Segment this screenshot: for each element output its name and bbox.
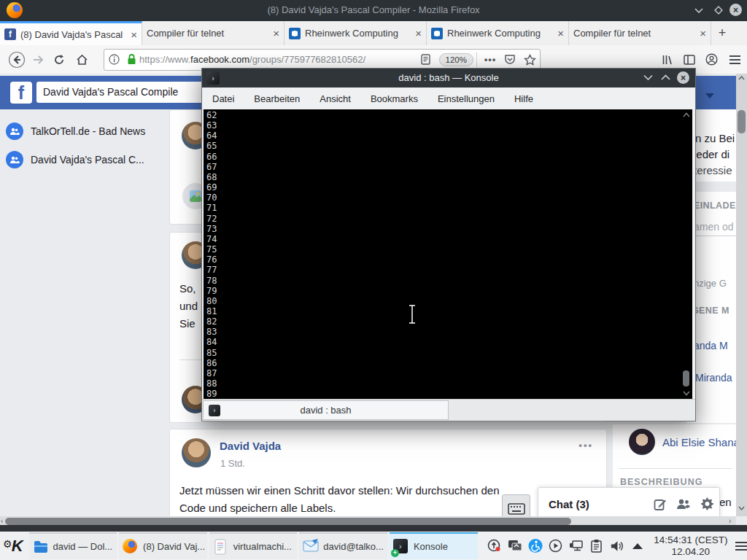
digital-clock[interactable]: 14:54:31 (CEST) 12.04.20 [651, 534, 732, 558]
tab-close-icon[interactable]: × [273, 27, 279, 39]
chat-settings-gear-icon[interactable] [694, 497, 719, 511]
chat-bar[interactable]: Chat (3) [538, 487, 720, 516]
chat-label[interactable]: Chat (3) [549, 498, 589, 510]
task-firefox[interactable]: (8) David Vaj... [119, 532, 207, 559]
terminal-output[interactable]: 62 63 64 65 66 67 68 69 70 71 72 73 74 7… [204, 109, 681, 399]
account-menu-chevron-icon[interactable] [705, 93, 714, 98]
home-button[interactable] [70, 54, 93, 66]
konsole-tab[interactable]: david : bash › [203, 400, 449, 420]
tab-compiler-telnet-2[interactable]: Compiler für telnet × [569, 21, 711, 45]
post-text: Jetzt müssen wir einen Schritt davor ste… [179, 482, 500, 516]
vertical-scrollbar[interactable] [736, 74, 747, 516]
scroll-right-arrow[interactable]: › [729, 517, 731, 525]
invite-name-input[interactable]: amen od [694, 221, 736, 236]
post-more-options-icon[interactable]: ••• [578, 440, 593, 451]
tab-close-icon[interactable]: × [415, 27, 422, 39]
tab-rheinwerk-1[interactable]: Rheinwerk Computing × [285, 21, 427, 45]
page-actions-icon[interactable]: ••• [480, 54, 500, 65]
new-tab-button[interactable]: + [711, 21, 733, 45]
konsole-titlebar[interactable]: › david : bash — Konsole × [202, 69, 695, 88]
updates-icon[interactable] [487, 539, 502, 553]
virtual-machine-icon[interactable] [508, 539, 522, 553]
panel-top-border [0, 525, 747, 532]
scroll-up-arrow[interactable] [683, 112, 690, 117]
menu-einstellungen[interactable]: Einstellungen [438, 93, 495, 104]
reload-button[interactable] [48, 54, 70, 66]
bookmark-star-icon[interactable] [519, 54, 540, 66]
system-tray [487, 539, 645, 553]
kde-gear-icon: ⚙ [3, 538, 12, 550]
network-icon[interactable] [569, 539, 584, 553]
reader-mode-icon[interactable] [417, 54, 435, 65]
url-text[interactable]: https://www.facebook.com/groups/77597768… [139, 54, 365, 65]
library-icon[interactable] [657, 54, 678, 66]
tab-compiler-telnet-1[interactable]: Compiler für telnet × [142, 21, 285, 45]
vertical-scrollbar-thumb[interactable] [738, 110, 746, 133]
url-bar[interactable]: https://www.facebook.com/groups/77597768… [104, 49, 541, 71]
tab-close-icon[interactable]: × [131, 28, 137, 41]
add-contact-icon[interactable] [671, 498, 694, 510]
scroll-left-arrow[interactable]: ‹ [1, 517, 3, 525]
avatar[interactable] [182, 438, 211, 467]
tab-close-icon[interactable]: × [700, 27, 706, 39]
group-icon [6, 151, 23, 168]
terminal-scrollbar[interactable] [681, 109, 692, 399]
member-link[interactable]: anda M [694, 340, 728, 351]
tray-expander-icon[interactable] [630, 539, 645, 553]
forward-button[interactable] [28, 55, 48, 65]
back-button[interactable] [6, 51, 28, 69]
pocket-icon[interactable] [500, 54, 519, 65]
profile-link[interactable]: Abi Elsie Shana [662, 436, 740, 448]
right-text-fragment: nzige G [694, 278, 727, 289]
scroll-down-arrow[interactable] [738, 506, 745, 510]
clipboard-icon[interactable] [589, 539, 604, 553]
sidebar-item-talkortell[interactable]: TalkOrTell.de - Bad News [0, 117, 168, 145]
right-text-fragment: leder di [694, 148, 729, 160]
page-info-icon[interactable] [104, 54, 123, 65]
post-text-fragment: Sie [179, 317, 196, 330]
media-player-icon[interactable] [549, 539, 563, 553]
close-button[interactable]: × [677, 71, 689, 84]
task-konsole[interactable]: › + Konsole [390, 532, 478, 559]
window-title: (8) David Vajda's Pascal Compiler - Mozi… [0, 4, 747, 15]
post-author-link[interactable]: David Vajda [220, 440, 281, 452]
tab-facebook-group[interactable]: f (8) David Vajda's Pascal × [0, 21, 142, 45]
terminal-scrollbar-thumb[interactable] [683, 370, 689, 386]
minimize-button[interactable] [692, 4, 705, 17]
task-mail[interactable]: david@talko... [299, 532, 387, 559]
zoom-level-button[interactable]: 120% [439, 53, 473, 66]
member-link[interactable]: Miranda [695, 372, 732, 384]
tab-close-icon[interactable]: × [557, 27, 564, 39]
sidebar-item-pascal-group[interactable]: David Vajda's Pascal C... [0, 146, 168, 174]
rheinwerk-favicon [289, 28, 301, 39]
panel-menu-icon[interactable] [735, 542, 747, 551]
scroll-up-arrow[interactable] [738, 76, 745, 80]
task-texteditor[interactable]: virtualmachi... [209, 532, 298, 559]
scroll-down-arrow[interactable] [683, 391, 690, 396]
volume-icon[interactable] [610, 539, 624, 553]
menu-bookmarks[interactable]: Bookmarks [371, 93, 418, 104]
new-message-icon[interactable] [649, 498, 671, 511]
application-launcher-button[interactable]: ⚙ K [0, 532, 29, 560]
menu-ansicht[interactable]: Ansicht [320, 93, 351, 104]
post-timestamp[interactable]: 1 Std. [220, 458, 245, 469]
account-icon[interactable] [700, 53, 722, 66]
menu-datei[interactable]: Datei [212, 93, 234, 104]
close-button[interactable]: × [729, 4, 742, 16]
https-lock-icon[interactable] [123, 54, 139, 65]
facebook-logo[interactable]: f [10, 82, 32, 104]
maximize-button[interactable] [712, 4, 725, 17]
virtual-keyboard-button[interactable] [502, 494, 530, 516]
accessibility-icon[interactable] [528, 539, 543, 553]
avatar[interactable] [629, 429, 655, 455]
maximize-button[interactable] [661, 74, 670, 80]
hamburger-menu-icon[interactable] [722, 55, 747, 64]
menu-hilfe[interactable]: Hilfe [514, 93, 533, 104]
task-dolphin[interactable]: david — Dol... [29, 532, 117, 559]
plus-badge-icon: + [391, 549, 399, 557]
menu-bearbeiten[interactable]: Bearbeiten [254, 93, 300, 104]
tab-rheinwerk-2[interactable]: Rheinwerk Computing × [427, 21, 569, 45]
minimize-button[interactable] [643, 74, 653, 80]
sidebars-icon[interactable] [678, 55, 700, 65]
horizontal-scrollbar-thumb[interactable] [5, 518, 571, 525]
